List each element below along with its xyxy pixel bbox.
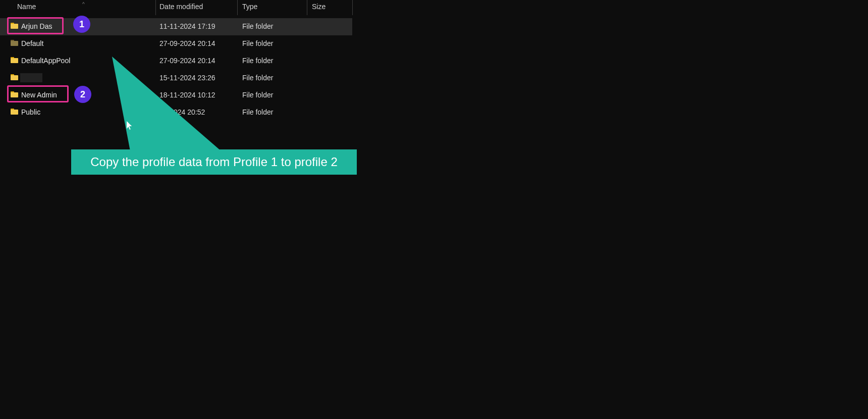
table-row[interactable]: Arjun Das11-11-2024 17:19File folder	[0, 18, 352, 35]
table-row[interactable]: Public09-2024 20:52File folder	[0, 104, 352, 121]
file-date-modified: 27-09-2024 20:14	[159, 57, 215, 65]
file-type: File folder	[242, 108, 273, 116]
file-type: File folder	[242, 74, 273, 82]
file-date-modified: 27-09-2024 20:14	[159, 39, 215, 47]
column-resizer[interactable]	[155, 0, 156, 15]
file-name: Public	[21, 108, 40, 116]
table-row[interactable]: DefaultAppPool27-09-2024 20:14File folde…	[0, 53, 352, 70]
file-type: File folder	[242, 91, 273, 99]
table-row[interactable]: 15-11-2024 23:26File folder	[0, 70, 352, 87]
svg-marker-1	[127, 121, 132, 130]
file-list: Arjun Das11-11-2024 17:19File folderDefa…	[0, 18, 868, 121]
column-resizer[interactable]	[307, 0, 307, 15]
redacted-name	[20, 73, 42, 82]
folder-icon	[11, 91, 18, 97]
file-type: File folder	[242, 39, 273, 47]
file-name: New Admin	[21, 91, 57, 99]
column-header-size[interactable]: Size	[312, 3, 326, 11]
column-header-name[interactable]: Name	[17, 3, 36, 11]
file-name: Arjun Das	[21, 22, 52, 30]
file-date-modified: 18-11-2024 10:12	[159, 91, 215, 99]
folder-icon	[11, 23, 18, 29]
folder-icon	[11, 74, 18, 80]
file-name: Default	[21, 39, 43, 47]
column-resizer[interactable]	[352, 0, 353, 15]
file-date-modified: 15-11-2024 23:26	[159, 74, 215, 82]
file-date-modified: 11-11-2024 17:19	[159, 22, 215, 30]
table-row[interactable]: New Admin18-11-2024 10:12File folder	[0, 87, 352, 104]
column-header-type[interactable]: Type	[242, 3, 257, 11]
file-date-modified: 09-2024 20:52	[159, 108, 205, 116]
sort-ascending-icon: ^	[82, 2, 85, 7]
folder-icon	[11, 57, 18, 63]
file-name: DefaultAppPool	[21, 57, 70, 65]
folder-icon	[11, 109, 18, 115]
table-row[interactable]: Default27-09-2024 20:14File folder	[0, 35, 352, 53]
column-headers: Name ^ Date modified Type Size	[0, 0, 868, 15]
annotation-callout: Copy the profile data from Profile 1 to …	[71, 149, 357, 175]
folder-icon	[11, 40, 18, 46]
cursor-icon	[127, 121, 133, 132]
file-type: File folder	[242, 57, 273, 65]
column-header-date-modified[interactable]: Date modified	[159, 3, 203, 11]
column-resizer[interactable]	[237, 0, 238, 15]
file-type: File folder	[242, 22, 273, 30]
